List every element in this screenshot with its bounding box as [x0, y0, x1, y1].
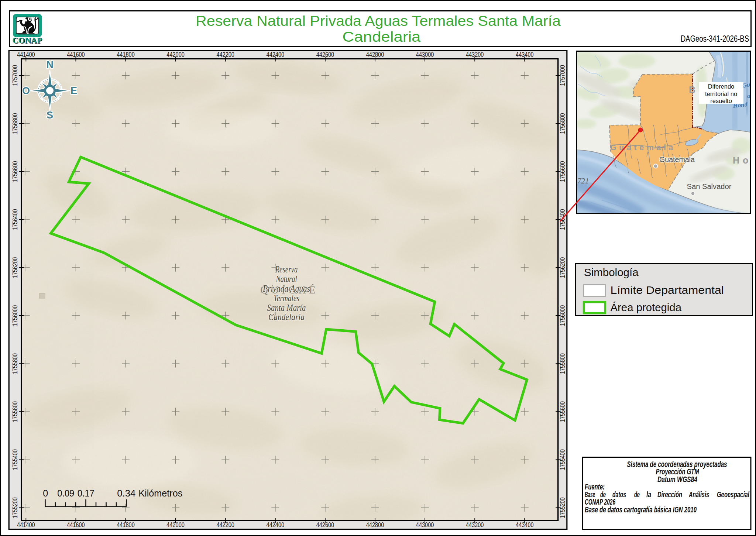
svg-text:442200: 442200: [216, 51, 234, 58]
svg-text:442600: 442600: [316, 51, 334, 58]
svg-text:1755400: 1755400: [11, 449, 19, 470]
svg-text:441800: 441800: [117, 51, 135, 58]
svg-text:443000: 443000: [416, 51, 434, 58]
svg-text:Privada Aguas: Privada Aguas: [262, 284, 310, 293]
svg-text:Límite Departamental: Límite Departamental: [611, 284, 724, 296]
svg-text:Guatemala: Guatemala: [659, 155, 695, 164]
svg-text:443400: 443400: [516, 521, 534, 529]
svg-text:1755400: 1755400: [559, 449, 566, 470]
svg-text:territorial no: territorial no: [705, 90, 737, 97]
svg-text:DAGeos-341-2026-BS: DAGeos-341-2026-BS: [681, 34, 749, 44]
svg-text:442000: 442000: [166, 51, 185, 58]
svg-text:1755600: 1755600: [559, 401, 566, 422]
svg-text:442400: 442400: [267, 51, 285, 58]
svg-text:1756600: 1756600: [559, 161, 566, 182]
svg-text:1756200: 1756200: [11, 257, 19, 278]
svg-text:1757000: 1757000: [559, 65, 566, 86]
svg-text:Reserva Natural Privada Aguas: Reserva Natural Privada Aguas Termales S…: [196, 13, 561, 29]
svg-text:442600: 442600: [316, 521, 334, 529]
svg-text:1756800: 1756800: [11, 113, 19, 134]
svg-text:441600: 441600: [67, 521, 85, 529]
svg-text:Natural: Natural: [276, 274, 297, 284]
svg-text:Santa María: Santa María: [267, 303, 306, 313]
svg-text:1755800: 1755800: [11, 353, 19, 374]
svg-text:Análisis: Análisis: [688, 490, 709, 499]
svg-text:Datum WGS84: Datum WGS84: [657, 475, 697, 484]
svg-text:443400: 443400: [516, 51, 534, 58]
svg-text:San Salvador: San Salvador: [687, 182, 732, 190]
svg-text:resuelto: resuelto: [710, 97, 732, 104]
svg-text:0.17: 0.17: [78, 488, 94, 499]
svg-text:1756600: 1756600: [11, 161, 19, 182]
svg-text:721: 721: [577, 176, 589, 185]
svg-text:O: O: [22, 85, 30, 96]
svg-text:Diferendo: Diferendo: [708, 83, 735, 90]
svg-text:Área protegida: Área protegida: [611, 302, 682, 313]
svg-text:441400: 441400: [17, 51, 35, 58]
svg-text:0.34: 0.34: [117, 488, 135, 499]
svg-text:441600: 441600: [67, 51, 85, 58]
svg-text:Geoespacial: Geoespacial: [717, 490, 750, 499]
svg-text:1756800: 1756800: [559, 113, 566, 134]
svg-text:B: B: [689, 85, 695, 95]
svg-text:Guatemala: Guatemala: [610, 143, 676, 152]
svg-text:1756000: 1756000: [559, 305, 566, 326]
svg-text:442800: 442800: [366, 51, 384, 58]
svg-text:0: 0: [43, 488, 48, 499]
svg-text:Ho: Ho: [733, 155, 752, 165]
svg-text:442000: 442000: [166, 521, 185, 529]
svg-text:1755800: 1755800: [559, 353, 566, 374]
svg-text:1756000: 1756000: [11, 305, 19, 326]
svg-text:Candelaria: Candelaria: [343, 29, 421, 45]
svg-text:1755600: 1755600: [11, 401, 19, 422]
svg-text:E: E: [71, 85, 77, 96]
svg-text:1755200: 1755200: [11, 497, 19, 518]
svg-text:CONAP: CONAP: [13, 35, 42, 45]
svg-text:N: N: [46, 59, 54, 70]
svg-text:1756400: 1756400: [11, 209, 19, 230]
svg-text:Kilómetros: Kilómetros: [138, 488, 182, 499]
svg-text:442400: 442400: [267, 521, 285, 529]
svg-text:Candelaria: Candelaria: [268, 312, 305, 322]
svg-text:la: la: [646, 490, 651, 499]
svg-text:Dirección: Dirección: [657, 490, 682, 499]
svg-text:0.09: 0.09: [57, 488, 74, 499]
svg-text:443000: 443000: [416, 521, 434, 529]
svg-text:de: de: [634, 490, 640, 499]
svg-text:Reserva: Reserva: [275, 264, 298, 274]
svg-text:1755200: 1755200: [559, 497, 566, 518]
svg-text:1757000: 1757000: [11, 65, 19, 86]
svg-text:442200: 442200: [216, 521, 234, 529]
svg-text:441800: 441800: [117, 521, 135, 529]
svg-text:S: S: [47, 110, 53, 121]
svg-text:Termales: Termales: [274, 293, 299, 303]
svg-text:441400: 441400: [17, 521, 35, 529]
svg-text:443200: 443200: [466, 51, 484, 58]
svg-text:442800: 442800: [366, 521, 384, 529]
svg-text:Simbología: Simbología: [584, 266, 639, 278]
svg-text:Base de datos cartografía bási: Base de datos cartografía básica IGN 201…: [585, 505, 697, 514]
svg-text:443200: 443200: [466, 521, 484, 529]
svg-text:1756200: 1756200: [559, 257, 566, 278]
